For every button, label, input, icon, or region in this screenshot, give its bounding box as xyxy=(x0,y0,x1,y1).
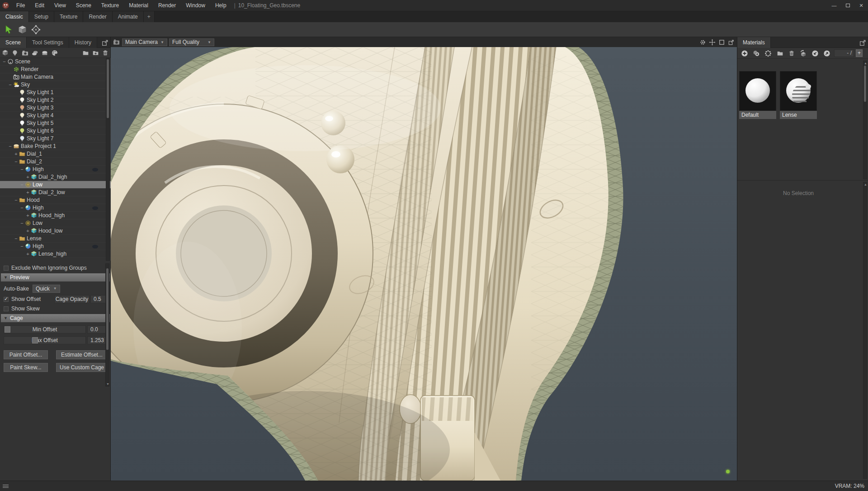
bulb-icon[interactable] xyxy=(10,48,20,57)
tree-row-bake-project-1[interactable]: −Bake Project 1 xyxy=(0,143,111,150)
trash-material-icon[interactable] xyxy=(786,49,797,58)
tree-row-dial-1[interactable]: +Dial_1 xyxy=(0,150,111,158)
scene-tree-scrollbar[interactable] xyxy=(106,58,110,261)
visibility-eye-icon[interactable] xyxy=(92,168,98,172)
min-offset-handle[interactable] xyxy=(5,326,10,333)
material-swatch-default[interactable]: Default xyxy=(739,71,776,119)
collapse-icon[interactable]: − xyxy=(19,219,24,227)
preview-section-header[interactable]: ▼Preview xyxy=(1,273,110,281)
add-workspace-tab[interactable]: + xyxy=(144,11,155,22)
collapse-icon[interactable]: − xyxy=(19,204,24,212)
show-skew-row[interactable]: Show Skew xyxy=(0,304,111,313)
tree-row-sky-light-7[interactable]: Sky Light 7 xyxy=(0,135,111,143)
menu-help[interactable]: Help xyxy=(210,0,231,11)
tree-row-sky-light-5[interactable]: Sky Light 5 xyxy=(0,119,111,127)
trash-icon[interactable] xyxy=(100,48,110,57)
tree-row-sky-light-3[interactable]: Sky Light 3 xyxy=(0,104,111,112)
tree-row-hood-low[interactable]: +Hood_low xyxy=(0,227,111,235)
tree-row-high[interactable]: −High xyxy=(0,166,111,173)
collapse-icon[interactable]: − xyxy=(14,196,19,204)
palette-icon[interactable] xyxy=(50,48,60,57)
folder-material-icon[interactable] xyxy=(774,49,785,58)
visibility-eye-icon[interactable] xyxy=(92,206,98,210)
frame-square-icon[interactable] xyxy=(717,38,726,46)
pan-arrows-icon[interactable] xyxy=(708,38,716,46)
restore-button[interactable] xyxy=(841,0,854,11)
quality-select[interactable]: Full Quality ▼ xyxy=(169,38,214,46)
tree-row-sky-light-2[interactable]: Sky Light 2 xyxy=(0,96,111,104)
collapse-icon[interactable]: − xyxy=(19,181,24,189)
tree-row-lense-high[interactable]: +Lense_high xyxy=(0,250,111,258)
viewport-settings-gear-icon[interactable] xyxy=(698,38,707,46)
cube-icon[interactable] xyxy=(16,24,28,35)
camera-select[interactable]: Main Camera ▼ xyxy=(122,38,167,46)
collapse-icon[interactable]: − xyxy=(19,243,24,250)
tree-row-dial-2-low[interactable]: +Dial_2_low xyxy=(0,189,111,196)
tree-row-high[interactable]: −High xyxy=(0,243,111,250)
dissolve-material-icon[interactable] xyxy=(763,49,774,58)
lattice-sphere-icon[interactable] xyxy=(30,24,42,35)
close-button[interactable]: ✕ xyxy=(854,0,868,11)
menu-window[interactable]: Window xyxy=(181,0,210,11)
use-custom-cage-button[interactable]: Use Custom Cage xyxy=(56,363,108,372)
collapse-icon[interactable]: − xyxy=(8,143,13,150)
cage-opacity-slider[interactable]: Cage Opacity xyxy=(54,295,90,303)
tree-row-lense[interactable]: −Lense xyxy=(0,235,111,243)
exclude-when-ignoring-groups-row[interactable]: Exclude When Ignoring Groups xyxy=(0,263,111,272)
bake-icon[interactable] xyxy=(40,48,50,57)
cube-icon[interactable] xyxy=(0,48,10,57)
menu-texture[interactable]: Texture xyxy=(96,0,124,11)
materials-scrollbar[interactable]: ▲ xyxy=(863,61,867,179)
workspace-tab-classic[interactable]: Classic xyxy=(0,11,29,22)
visibility-eye-icon[interactable] xyxy=(92,245,98,248)
select-cursor-icon[interactable] xyxy=(3,24,14,35)
workspace-tab-render[interactable]: Render xyxy=(83,11,112,22)
expand-icon[interactable]: + xyxy=(25,173,30,181)
expand-icon[interactable]: + xyxy=(25,250,30,258)
tree-row-sky-light-4[interactable]: Sky Light 4 xyxy=(0,112,111,119)
cage-section-header[interactable]: ▼Cage xyxy=(1,314,110,322)
tree-row-low[interactable]: −Low xyxy=(0,219,111,227)
import-material-icon[interactable] xyxy=(810,49,821,58)
export-material-icon[interactable] xyxy=(821,49,832,58)
tree-row-sky-light-6[interactable]: Sky Light 6 xyxy=(0,127,111,135)
paint-offset-button[interactable]: Paint Offset... xyxy=(4,350,48,359)
cloud-icon[interactable] xyxy=(30,48,40,57)
minimize-button[interactable]: — xyxy=(827,0,841,11)
menu-file[interactable]: File xyxy=(11,0,30,11)
expand-icon[interactable]: + xyxy=(14,150,19,158)
tree-row-hood[interactable]: −Hood xyxy=(0,196,111,204)
menu-render[interactable]: Render xyxy=(153,0,181,11)
viewport-render-3d-lens[interactable] xyxy=(111,47,737,481)
max-offset-handle[interactable] xyxy=(32,337,38,343)
tree-row-main-camera[interactable]: Main Camera xyxy=(0,73,111,81)
menu-material[interactable]: Material xyxy=(124,0,153,11)
viewport-popout-icon[interactable] xyxy=(727,38,735,46)
camera-icon[interactable] xyxy=(20,48,30,57)
tab-scene[interactable]: Scene xyxy=(0,37,27,48)
collapse-icon[interactable]: − xyxy=(2,58,7,66)
menu-edit[interactable]: Edit xyxy=(30,0,49,11)
workspace-tab-animate[interactable]: Animate xyxy=(113,11,144,22)
settings-scrollbar[interactable]: ▼ xyxy=(105,263,109,386)
show-skew-checkbox[interactable] xyxy=(4,306,9,311)
tree-row-dial-2[interactable]: −Dial_2 xyxy=(0,158,111,166)
tree-row-render[interactable]: Render xyxy=(0,66,111,73)
tree-row-low[interactable]: −Low xyxy=(0,181,111,189)
paint-skew-button[interactable]: Paint Skew... xyxy=(4,363,48,372)
show-offset-checkbox[interactable] xyxy=(4,297,9,302)
tab-tool-settings[interactable]: Tool Settings xyxy=(27,37,69,48)
collapse-icon[interactable]: − xyxy=(19,166,24,173)
exclude-checkbox[interactable] xyxy=(4,266,9,271)
tree-row-sky-light-1[interactable]: Sky Light 1 xyxy=(0,89,111,96)
tree-row-sky[interactable]: −Sky xyxy=(0,81,111,89)
workspace-tab-texture[interactable]: Texture xyxy=(54,11,83,22)
collapse-icon[interactable]: − xyxy=(14,235,19,243)
tab-history[interactable]: History xyxy=(69,37,97,48)
folder-icon[interactable] xyxy=(80,48,90,57)
material-swatch-lense[interactable]: Lense xyxy=(780,71,817,119)
auto-bake-dropdown[interactable]: Quick ▼ xyxy=(33,285,60,293)
scene-panel-popout-icon[interactable] xyxy=(101,39,109,47)
tree-row-dial-2-high[interactable]: +Dial_2_high xyxy=(0,173,111,181)
collapse-icon[interactable]: − xyxy=(14,158,19,166)
